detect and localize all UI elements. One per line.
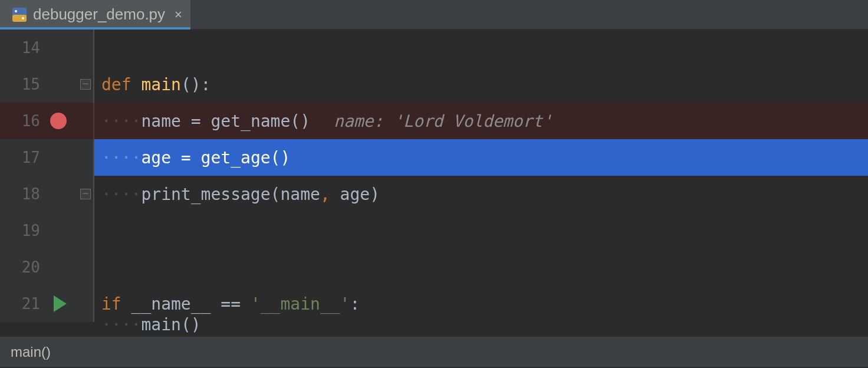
code-line[interactable]: 14	[0, 29, 868, 66]
identifier: __name__	[131, 294, 211, 314]
fold-toggle-icon[interactable]: −	[80, 79, 91, 90]
string-literal: '__main__'	[251, 294, 350, 314]
file-tab[interactable]: debugger_demo.py ×	[0, 0, 190, 29]
whitespace	[330, 185, 340, 204]
code-line[interactable]: 19	[0, 212, 868, 249]
breakpoint-icon[interactable]	[50, 113, 67, 129]
gutter[interactable]: 20	[0, 249, 94, 285]
python-file-icon	[12, 7, 27, 22]
punctuation: ()	[290, 111, 310, 131]
svg-point-3	[22, 17, 24, 19]
whitespace: ····	[101, 148, 141, 167]
line-number: 18	[22, 185, 40, 203]
close-tab-icon[interactable]: ×	[175, 8, 182, 21]
code-content[interactable]: if __name__ == '__main__':	[94, 285, 868, 322]
whitespace	[131, 75, 142, 94]
function-call: get_name	[211, 111, 290, 131]
gutter[interactable]: 15 −	[0, 66, 94, 103]
function-call: get_age	[201, 148, 271, 167]
svg-point-2	[15, 10, 17, 12]
line-number: 21	[22, 295, 40, 313]
gutter[interactable]: 21	[0, 285, 94, 322]
line-number: 14	[22, 39, 40, 57]
breadcrumb-item[interactable]: main()	[11, 344, 51, 360]
code-line[interactable]: 18 − ····print_message(name, age)	[0, 176, 868, 212]
punctuation: ()	[271, 148, 291, 167]
gutter[interactable]: 18 −	[0, 176, 94, 212]
code-editor[interactable]: 14 15 − def main(): 16 ····name = get_na…	[0, 29, 868, 336]
code-line[interactable]: 20	[0, 249, 868, 285]
tab-bar: debugger_demo.py ×	[0, 0, 868, 29]
identifier: name	[141, 111, 180, 131]
operator: =	[171, 148, 201, 167]
comma: ,	[320, 185, 330, 204]
line-number: 15	[22, 75, 40, 93]
code-line-partial[interactable]: ····main()	[94, 315, 201, 336]
code-content[interactable]: ····age = get_age()	[94, 139, 868, 176]
argument: name	[280, 185, 320, 204]
code-content[interactable]	[94, 212, 868, 249]
line-number: 19	[22, 222, 40, 239]
whitespace: ····	[101, 111, 141, 131]
code-line[interactable]: 16 ····name = get_name()name: 'Lord Vold…	[0, 103, 868, 139]
punctuation: )	[370, 185, 380, 204]
inline-debug-value: name: 'Lord Voldemort'	[334, 111, 553, 131]
code-content[interactable]: ····print_message(name, age)	[94, 176, 868, 212]
svg-rect-1	[12, 15, 27, 22]
line-number: 20	[22, 258, 40, 276]
code-content[interactable]	[94, 249, 868, 285]
line-number: 16	[22, 112, 40, 130]
gutter[interactable]: 14	[0, 29, 94, 66]
whitespace: ····	[101, 315, 141, 334]
whitespace: ····	[101, 185, 141, 204]
function-call: main	[141, 315, 180, 334]
punctuation: :	[350, 294, 360, 314]
code-content[interactable]	[94, 29, 868, 66]
keyword: def	[101, 75, 131, 94]
file-tab-label: debugger_demo.py	[33, 5, 165, 24]
function-name: main	[141, 75, 180, 94]
code-line-current[interactable]: 17 ····age = get_age()	[0, 139, 868, 176]
operator: =	[181, 111, 211, 131]
code-content[interactable]: def main():	[94, 66, 868, 103]
line-number: 17	[22, 149, 40, 166]
code-line[interactable]: 15 − def main():	[0, 66, 868, 103]
argument: age	[340, 185, 370, 204]
operator: ==	[211, 294, 250, 314]
whitespace	[121, 294, 131, 314]
code-content[interactable]: ····name = get_name()name: 'Lord Voldemo…	[94, 103, 868, 139]
gutter[interactable]: 16	[0, 103, 94, 139]
fold-toggle-icon[interactable]: −	[80, 189, 91, 199]
punctuation: ():	[181, 75, 211, 94]
gutter[interactable]: 19	[0, 212, 94, 249]
keyword: if	[101, 294, 121, 314]
function-call: print_message	[141, 185, 270, 204]
punctuation: (	[271, 185, 281, 204]
run-gutter-icon[interactable]	[54, 295, 67, 312]
breadcrumb-bar[interactable]: main()	[0, 336, 868, 367]
punctuation: ()	[181, 315, 201, 334]
identifier: age	[141, 148, 171, 167]
gutter[interactable]: 17	[0, 139, 94, 176]
